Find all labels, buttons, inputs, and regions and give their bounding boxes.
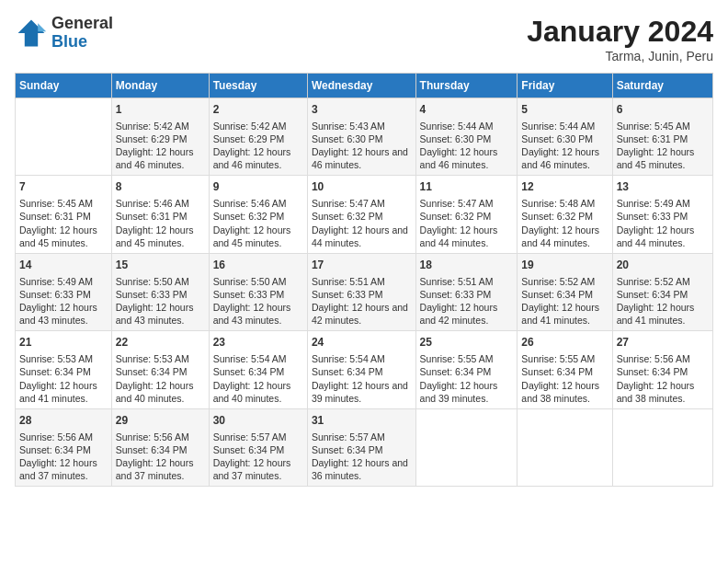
day-info: Sunrise: 5:51 AMSunset: 6:33 PMDaylight:… [420,275,514,327]
calendar-cell [16,98,112,176]
day-info: Sunrise: 5:53 AMSunset: 6:34 PMDaylight:… [116,352,205,405]
day-number: 18 [420,258,514,273]
header-thursday: Thursday [415,74,518,98]
calendar-cell [415,408,518,486]
header-row: SundayMondayTuesdayWednesdayThursdayFrid… [16,74,713,98]
calendar-cell: 18Sunrise: 5:51 AMSunset: 6:33 PMDayligh… [415,253,518,330]
calendar-cell: 2Sunrise: 5:42 AMSunset: 6:29 PMDaylight… [209,98,307,176]
day-number: 22 [116,335,205,350]
day-info: Sunrise: 5:54 AMSunset: 6:34 PMDaylight:… [213,352,303,405]
calendar-cell: 14Sunrise: 5:49 AMSunset: 6:33 PMDayligh… [16,253,112,330]
day-number: 11 [420,179,514,195]
page-title: January 2024 [527,15,713,49]
day-number: 3 [312,102,412,118]
header-tuesday: Tuesday [209,74,307,98]
calendar-body: 1Sunrise: 5:42 AMSunset: 6:29 PMDaylight… [16,98,713,487]
svg-marker-1 [38,23,46,31]
day-number: 23 [213,335,303,350]
calendar-cell [612,408,712,486]
logo-text: General Blue [51,15,113,52]
day-number: 8 [116,179,205,195]
logo: General Blue [15,15,113,52]
calendar-cell: 27Sunrise: 5:56 AMSunset: 6:34 PMDayligh… [612,331,712,408]
day-number: 21 [19,335,108,350]
calendar-cell: 17Sunrise: 5:51 AMSunset: 6:33 PMDayligh… [307,253,415,330]
day-info: Sunrise: 5:54 AMSunset: 6:34 PMDaylight:… [312,352,412,405]
day-number: 31 [312,413,412,429]
header-saturday: Saturday [612,74,712,98]
day-number: 17 [312,258,412,273]
calendar-row: 21Sunrise: 5:53 AMSunset: 6:34 PMDayligh… [16,331,713,408]
day-number: 14 [19,258,108,273]
day-info: Sunrise: 5:49 AMSunset: 6:33 PMDaylight:… [19,275,108,327]
calendar-cell: 24Sunrise: 5:54 AMSunset: 6:34 PMDayligh… [307,331,415,408]
header-sunday: Sunday [16,74,112,98]
calendar-cell: 10Sunrise: 5:47 AMSunset: 6:32 PMDayligh… [307,176,415,253]
day-number: 10 [312,179,412,195]
calendar-cell: 25Sunrise: 5:55 AMSunset: 6:34 PMDayligh… [415,331,518,408]
calendar-cell: 26Sunrise: 5:55 AMSunset: 6:34 PMDayligh… [518,331,612,408]
calendar-cell: 31Sunrise: 5:57 AMSunset: 6:34 PMDayligh… [307,408,415,486]
calendar-header: SundayMondayTuesdayWednesdayThursdayFrid… [16,74,713,98]
day-info: Sunrise: 5:45 AMSunset: 6:31 PMDaylight:… [19,197,108,249]
day-info: Sunrise: 5:47 AMSunset: 6:32 PMDaylight:… [312,197,412,249]
calendar-cell: 1Sunrise: 5:42 AMSunset: 6:29 PMDaylight… [111,98,209,176]
day-info: Sunrise: 5:55 AMSunset: 6:34 PMDaylight:… [420,352,514,405]
day-info: Sunrise: 5:50 AMSunset: 6:33 PMDaylight:… [213,275,303,327]
calendar-cell: 8Sunrise: 5:46 AMSunset: 6:31 PMDaylight… [111,176,209,253]
day-number: 19 [521,258,608,273]
day-number: 16 [213,258,303,273]
day-info: Sunrise: 5:44 AMSunset: 6:30 PMDaylight:… [521,120,608,172]
day-number: 1 [116,102,205,118]
day-info: Sunrise: 5:57 AMSunset: 6:34 PMDaylight:… [312,431,412,483]
day-number: 26 [521,335,608,350]
day-info: Sunrise: 5:55 AMSunset: 6:34 PMDaylight:… [521,352,608,405]
day-number: 12 [521,179,608,195]
day-number: 28 [19,413,108,429]
calendar-row: 7Sunrise: 5:45 AMSunset: 6:31 PMDaylight… [16,176,713,253]
day-number: 13 [617,179,709,195]
day-number: 20 [617,258,709,273]
day-info: Sunrise: 5:49 AMSunset: 6:33 PMDaylight:… [617,197,709,249]
calendar-cell: 9Sunrise: 5:46 AMSunset: 6:32 PMDaylight… [209,176,307,253]
day-info: Sunrise: 5:51 AMSunset: 6:33 PMDaylight:… [312,275,412,327]
calendar-cell: 30Sunrise: 5:57 AMSunset: 6:34 PMDayligh… [209,408,307,486]
day-info: Sunrise: 5:47 AMSunset: 6:32 PMDaylight:… [420,197,514,249]
day-number: 2 [213,102,303,118]
calendar-cell: 28Sunrise: 5:56 AMSunset: 6:34 PMDayligh… [16,408,112,486]
day-info: Sunrise: 5:42 AMSunset: 6:29 PMDaylight:… [116,120,205,172]
day-number: 27 [617,335,709,350]
day-number: 9 [213,179,303,195]
day-number: 29 [116,413,205,429]
header-friday: Friday [518,74,612,98]
calendar-row: 14Sunrise: 5:49 AMSunset: 6:33 PMDayligh… [16,253,713,330]
calendar-cell: 23Sunrise: 5:54 AMSunset: 6:34 PMDayligh… [209,331,307,408]
calendar-cell: 19Sunrise: 5:52 AMSunset: 6:34 PMDayligh… [518,253,612,330]
day-info: Sunrise: 5:56 AMSunset: 6:34 PMDaylight:… [617,352,709,405]
calendar-cell: 13Sunrise: 5:49 AMSunset: 6:33 PMDayligh… [612,176,712,253]
day-info: Sunrise: 5:56 AMSunset: 6:34 PMDaylight:… [19,431,108,483]
calendar-row: 1Sunrise: 5:42 AMSunset: 6:29 PMDaylight… [16,98,713,176]
day-number: 15 [116,258,205,273]
calendar-cell: 22Sunrise: 5:53 AMSunset: 6:34 PMDayligh… [111,331,209,408]
calendar-table: SundayMondayTuesdayWednesdayThursdayFrid… [15,73,713,487]
calendar-cell: 4Sunrise: 5:44 AMSunset: 6:30 PMDaylight… [415,98,518,176]
logo-icon [15,17,48,50]
calendar-cell: 7Sunrise: 5:45 AMSunset: 6:31 PMDaylight… [16,176,112,253]
day-number: 6 [617,102,709,118]
day-number: 30 [213,413,303,429]
header-monday: Monday [111,74,209,98]
calendar-row: 28Sunrise: 5:56 AMSunset: 6:34 PMDayligh… [16,408,713,486]
logo-general-text: General [51,15,113,33]
day-info: Sunrise: 5:43 AMSunset: 6:30 PMDaylight:… [312,120,412,172]
logo-blue-text: Blue [51,33,113,52]
title-block: January 2024 Tarma, Junin, Peru [527,15,713,63]
calendar-cell: 21Sunrise: 5:53 AMSunset: 6:34 PMDayligh… [16,331,112,408]
day-info: Sunrise: 5:44 AMSunset: 6:30 PMDaylight:… [420,120,514,172]
day-number: 4 [420,102,514,118]
day-info: Sunrise: 5:48 AMSunset: 6:32 PMDaylight:… [521,197,608,249]
calendar-cell: 29Sunrise: 5:56 AMSunset: 6:34 PMDayligh… [111,408,209,486]
day-number: 7 [19,179,108,195]
day-number: 5 [521,102,608,118]
day-number: 24 [312,335,412,350]
